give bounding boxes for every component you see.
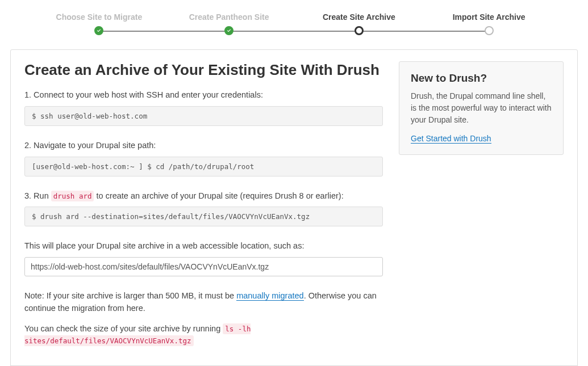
step3-code: $ drush ard --destination=sites/default/… [24, 207, 383, 226]
progress-stepper: Choose Site to Migrate Create Pantheon S… [0, 0, 588, 43]
step-create-archive: Create Site Archive [294, 12, 424, 37]
upcoming-step-icon [485, 26, 494, 35]
checkmark-icon [224, 26, 233, 35]
step-label: Import Site Archive [424, 12, 554, 22]
step1-code: $ ssh user@old-web-host.com [24, 106, 383, 126]
step2-code: [user@old-web-host.com:~ ] $ cd /path/to… [24, 157, 383, 176]
manually-migrated-link[interactable]: manually migrated [236, 291, 303, 301]
step3-suffix: to create an archive of your Drupal site… [94, 191, 343, 200]
note-prefix: Note: If your site archive is larger tha… [24, 291, 236, 300]
step-import-archive: Import Site Archive [424, 12, 554, 37]
get-started-drush-link[interactable]: Get Started with Drush [411, 134, 491, 144]
step-label: Create Pantheon Site [164, 12, 294, 22]
step2-text: 2. Navigate to your Drupal site path: [24, 140, 383, 152]
main-card: Create an Archive of Your Existing Site … [10, 49, 578, 366]
step3-text: 3. Run drush ard to create an archive of… [24, 190, 383, 203]
current-step-icon [355, 26, 364, 35]
page-title: Create an Archive of Your Existing Site … [24, 61, 383, 79]
aside-title: New to Drush? [411, 72, 552, 85]
step3-prefix: 3. Run [24, 191, 51, 200]
checkmark-icon [94, 26, 103, 35]
place-text: This will place your Drupal site archive… [24, 240, 383, 253]
step1-text: 1. Connect to your web host with SSH and… [24, 89, 383, 102]
size-prefix: You can check the size of your site arch… [24, 324, 223, 333]
step3-inline-code: drush ard [51, 191, 94, 201]
step-create-pantheon: Create Pantheon Site [164, 12, 294, 35]
drush-info-box: New to Drush? Drush, the Drupal command … [399, 61, 564, 155]
step-label: Choose Site to Migrate [34, 12, 164, 22]
note-text: Note: If your site archive is larger tha… [24, 290, 383, 315]
aside-body: Drush, the Drupal command line shell, is… [411, 90, 552, 126]
size-text: You can check the size of your site arch… [24, 323, 383, 348]
step-label: Create Site Archive [294, 12, 424, 22]
archive-url-input[interactable] [24, 257, 383, 276]
step-choose-site: Choose Site to Migrate [34, 12, 164, 35]
